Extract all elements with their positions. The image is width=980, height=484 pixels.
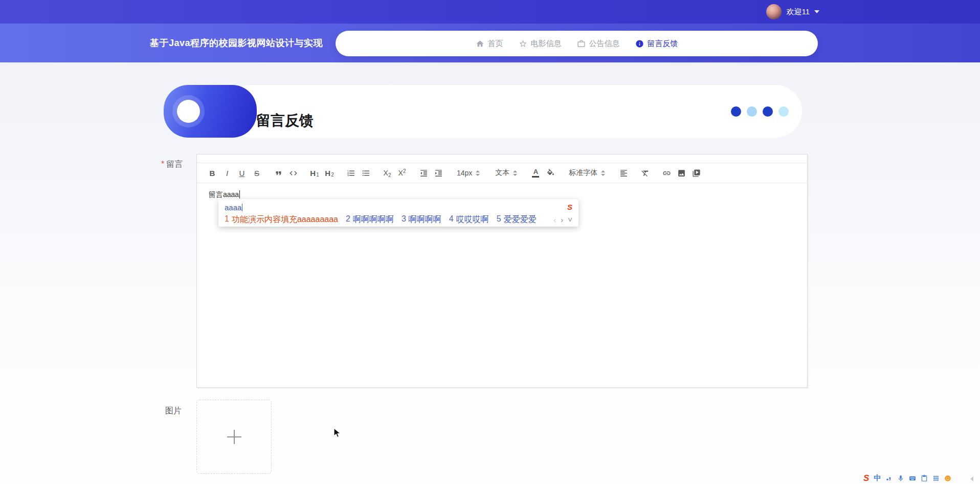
site-title: 基于Java程序的校园影视网站设计与实现	[150, 24, 323, 62]
sogou-ime-bar: S 中	[863, 473, 951, 483]
user-menu[interactable]: 欢迎11	[766, 0, 819, 24]
briefcase-icon	[577, 39, 586, 48]
punctuation-icon[interactable]	[885, 475, 893, 482]
editor-text: 留言aaaa	[209, 190, 239, 199]
page-banner: 留言反馈	[164, 85, 802, 138]
banner-dot	[731, 106, 741, 117]
nav-item-label: 电影信息	[531, 39, 562, 49]
code-icon	[289, 169, 298, 178]
collapse-arrow-icon[interactable]	[970, 476, 973, 481]
updown-arrows-icon	[476, 170, 480, 176]
toolbox-grid-icon[interactable]	[932, 475, 940, 482]
heading1-button[interactable]: H1	[307, 166, 322, 180]
highlight-icon	[546, 169, 555, 178]
nav-item-movies[interactable]: 电影信息	[519, 39, 562, 49]
align-left-icon	[619, 169, 628, 178]
underline-button[interactable]: U	[235, 166, 249, 180]
align-button[interactable]	[616, 166, 631, 180]
mouse-cursor	[333, 428, 344, 441]
ime-composition-row: aaaa S	[225, 202, 572, 212]
updown-arrows-icon	[601, 170, 605, 176]
star-icon	[519, 39, 527, 48]
indent-button[interactable]	[431, 166, 446, 180]
message-label-text: 留言	[166, 160, 183, 168]
image-upload-box[interactable]	[196, 400, 272, 474]
nav-item-label: 首页	[488, 39, 503, 49]
page-title: 留言反馈	[256, 95, 314, 147]
rich-text-editor: B I U S H1 H2 X2 X2 14px	[196, 154, 808, 388]
ime-expand-arrow[interactable]: ˅	[568, 215, 572, 224]
ime-candidate-2[interactable]: 2啊啊啊啊啊	[346, 214, 394, 225]
sogou-logo[interactable]: S	[863, 473, 869, 483]
banner-dot	[778, 106, 789, 117]
video-icon	[692, 169, 701, 178]
indent-icon	[434, 169, 443, 178]
plus-icon	[227, 430, 241, 444]
blockquote-button[interactable]	[271, 166, 285, 180]
nav-item-feedback[interactable]: 留言反馈	[635, 39, 678, 49]
ime-candidate-3[interactable]: 3啊啊啊啊	[402, 214, 441, 225]
ordered-list-icon	[347, 169, 355, 178]
ordered-list-button[interactable]	[344, 166, 358, 180]
sogou-logo[interactable]: S	[567, 203, 572, 211]
clear-format-icon	[641, 169, 650, 178]
navbar: 基于Java程序的校园影视网站设计与实现 首页 电影信息 公告信息 留言反馈	[0, 24, 980, 62]
ime-pagination: ‹ › ˅	[553, 215, 572, 224]
ime-candidate-4[interactable]: 4哎哎哎啊	[449, 214, 489, 225]
image-field-label: 图片	[165, 406, 182, 416]
keyboard-icon[interactable]	[909, 475, 916, 482]
video-button[interactable]	[689, 166, 703, 180]
text-caret	[239, 190, 240, 199]
editor-top-strip	[197, 155, 807, 163]
unordered-list-icon	[362, 169, 370, 178]
clipboard-icon[interactable]	[921, 475, 928, 482]
font-family-select[interactable]: 标准字体	[565, 166, 609, 180]
image-icon	[677, 169, 686, 178]
banner-dot	[763, 106, 773, 117]
ime-prev-page-arrow[interactable]: ‹	[553, 215, 556, 224]
outdent-icon	[419, 169, 428, 178]
nav-pill: 首页 电影信息 公告信息 留言反馈	[336, 31, 818, 56]
link-button[interactable]	[659, 166, 674, 180]
ime-next-page-arrow[interactable]: ›	[561, 215, 563, 224]
topbar: 欢迎11	[0, 0, 980, 24]
ime-mode-toggle[interactable]: 中	[874, 474, 881, 483]
nav-item-home[interactable]: 首页	[476, 39, 503, 49]
page: 欢迎11 基于Java程序的校园影视网站设计与实现 首页 电影信息 公告信息 留…	[0, 0, 980, 484]
clear-format-button[interactable]	[638, 166, 652, 180]
nav-item-label: 公告信息	[589, 39, 620, 49]
nav-item-label: 留言反馈	[648, 39, 678, 49]
subscript-button[interactable]: X2	[380, 166, 394, 180]
ime-popup: aaaa S 1功能演示内容填充aaaaaaaaa 2啊啊啊啊啊 3啊啊啊啊 4…	[218, 199, 578, 227]
superscript-button[interactable]: X2	[395, 166, 409, 180]
code-button[interactable]	[286, 166, 300, 180]
highlight-button[interactable]	[543, 166, 558, 180]
mic-icon[interactable]	[897, 475, 904, 482]
updown-arrows-icon	[513, 170, 517, 176]
link-icon	[662, 169, 671, 178]
italic-button[interactable]: I	[220, 166, 234, 180]
banner-dot	[747, 106, 757, 117]
ime-candidates-row: 1功能演示内容填充aaaaaaaaa 2啊啊啊啊啊 3啊啊啊啊 4哎哎哎啊 5爱…	[225, 214, 572, 225]
unordered-list-button[interactable]	[359, 166, 373, 180]
ime-candidate-1[interactable]: 1功能演示内容填充aaaaaaaaa	[225, 214, 338, 225]
nav-item-notices[interactable]: 公告信息	[577, 39, 620, 49]
ime-composition-text: aaaa	[225, 203, 241, 212]
home-icon	[476, 39, 484, 48]
info-icon	[635, 39, 644, 48]
text-type-select[interactable]: 文本	[491, 166, 521, 180]
avatar	[766, 4, 782, 19]
outdent-button[interactable]	[416, 166, 431, 180]
banner-circle-decoration	[177, 100, 200, 123]
required-mark: *	[161, 160, 164, 168]
heading2-button[interactable]: H2	[322, 166, 337, 180]
image-button[interactable]	[674, 166, 688, 180]
ime-candidate-5[interactable]: 5爱爱爱爱	[497, 214, 537, 225]
color-bar-icon	[532, 176, 539, 178]
quote-icon	[274, 169, 283, 178]
strikethrough-button[interactable]: S	[250, 166, 264, 180]
emoji-icon[interactable]	[944, 475, 951, 482]
bold-button[interactable]: B	[205, 166, 219, 180]
font-size-select[interactable]: 14px	[453, 166, 484, 180]
font-color-button[interactable]: A	[528, 166, 543, 180]
